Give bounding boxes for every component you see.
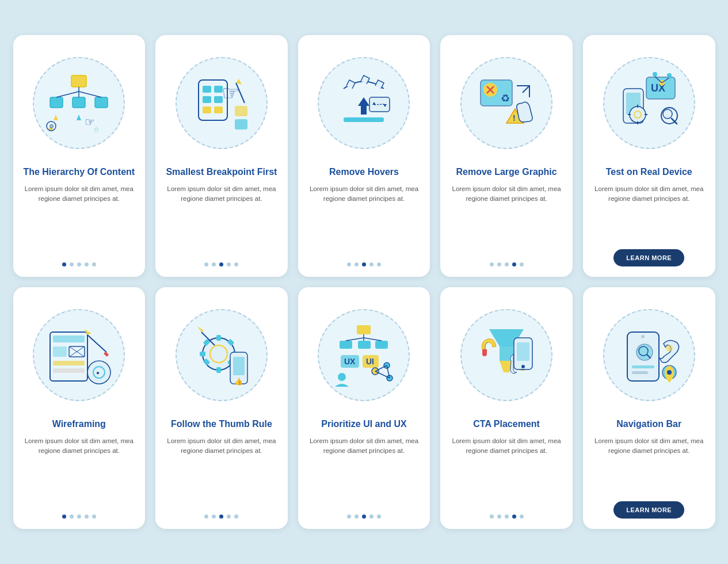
graphic-icon: ♻ ! <box>472 68 541 138</box>
dot <box>62 262 66 266</box>
icon-area-thumb: 👍 <box>165 298 279 413</box>
dot <box>227 262 231 266</box>
learn-more-button-device[interactable]: LEARN MORE <box>613 249 684 266</box>
dot <box>85 515 89 519</box>
device-icon: UX <box>615 68 684 138</box>
dot <box>204 262 208 266</box>
card-body-graphic: Lorem ipsum dolor sit dim amet, mea regi… <box>449 184 563 254</box>
svg-rect-20 <box>214 106 223 113</box>
card-body-navbar: Lorem ipsum dolor sit dim amet, mea regi… <box>592 436 706 493</box>
svg-rect-19 <box>203 106 211 113</box>
dot <box>212 262 216 266</box>
icon-area-device: UX <box>592 45 706 161</box>
breakpoint-icon: ☞ <box>187 68 256 138</box>
dot <box>362 262 366 266</box>
svg-text:UI: UI <box>366 357 374 366</box>
dot <box>377 262 381 266</box>
svg-line-93 <box>364 338 382 341</box>
card-breakpoint: ☞ Smallest Breakpoint First Lorem ipsum … <box>155 35 288 277</box>
svg-rect-76 <box>200 352 205 356</box>
dot <box>77 515 81 519</box>
svg-marker-85 <box>197 326 204 332</box>
svg-rect-1 <box>50 97 63 108</box>
svg-rect-28 <box>369 97 390 112</box>
dots-hovers <box>347 262 381 266</box>
svg-rect-117 <box>632 365 654 368</box>
dot <box>362 515 366 519</box>
dot <box>497 262 501 266</box>
dot <box>512 515 516 519</box>
card-body-thumb: Lorem ipsum dolor sit dim amet, mea regi… <box>165 436 279 506</box>
icon-area-wireframing: ● <box>22 298 136 413</box>
svg-marker-7 <box>54 115 58 120</box>
card-body-hierarchy: Lorem ipsum dolor sit dim amet, mea regi… <box>22 184 136 254</box>
svg-rect-24 <box>235 106 247 116</box>
svg-rect-17 <box>203 96 211 103</box>
dot <box>505 262 509 266</box>
svg-rect-74 <box>216 335 221 341</box>
svg-marker-26 <box>358 97 369 115</box>
svg-rect-15 <box>203 86 211 93</box>
dots-thumb <box>204 515 238 519</box>
svg-point-112 <box>521 365 525 368</box>
svg-rect-75 <box>216 367 221 373</box>
svg-rect-2 <box>73 97 85 108</box>
svg-rect-27 <box>344 117 384 122</box>
svg-rect-87 <box>357 325 371 334</box>
navbar-icon <box>615 321 684 390</box>
dot <box>62 515 66 519</box>
card-navbar: Navigation Bar Lorem ipsum dolor sit dim… <box>583 287 715 529</box>
dot <box>204 515 208 519</box>
card-uiux: UX UI Prioritize UI and UX Lorem ipsum d… <box>298 287 430 529</box>
dot <box>347 262 351 266</box>
dots-wireframing <box>62 515 96 519</box>
cta-icon: $ <box>472 321 541 390</box>
dot <box>520 515 524 519</box>
card-title-breakpoint: Smallest Breakpoint First <box>166 166 277 178</box>
svg-point-54 <box>653 72 657 77</box>
card-title-wireframing: Wireframing <box>52 418 106 430</box>
card-title-graphic: Remove Large Graphic <box>456 166 557 178</box>
svg-rect-88 <box>340 341 352 349</box>
icon-area-breakpoint: ☞ <box>165 45 279 161</box>
dot <box>512 262 516 266</box>
card-title-thumb: Follow the Thumb Rule <box>171 418 272 430</box>
icon-area-hovers <box>307 45 421 161</box>
svg-text:⚙: ⚙ <box>49 123 54 129</box>
svg-point-55 <box>667 73 672 78</box>
svg-text:●: ● <box>96 369 100 376</box>
dot <box>520 262 524 266</box>
card-hierarchy: ★ ☆ ☞ ⚙ The Hierarchy Of Content Lorem i… <box>13 35 146 277</box>
dots-graphic <box>490 262 524 266</box>
svg-line-92 <box>346 338 364 341</box>
svg-point-98 <box>338 373 346 381</box>
svg-text:♻: ♻ <box>501 93 510 104</box>
svg-point-51 <box>663 109 672 119</box>
svg-text:☞: ☞ <box>85 116 95 128</box>
hierarchy-icon: ★ ☆ ☞ ⚙ <box>44 68 113 138</box>
dot <box>369 515 373 519</box>
dot <box>490 515 494 519</box>
svg-line-66 <box>87 335 106 352</box>
icon-area-cta: $ <box>449 298 563 413</box>
card-title-device: Test on Real Device <box>606 166 692 178</box>
card-hovers: Remove Hovers Lorem ipsum dolor sit dim … <box>298 35 430 277</box>
dot <box>92 262 96 266</box>
svg-rect-25 <box>235 119 247 129</box>
card-title-uiux: Prioritize UI and UX <box>321 418 406 430</box>
card-graphic: ♻ ! Remove Large Graphic Lorem ipsum dol… <box>440 35 573 277</box>
learn-more-button-navbar[interactable]: LEARN MORE <box>613 501 684 519</box>
svg-marker-8 <box>77 115 81 120</box>
dots-hierarchy <box>62 262 96 266</box>
card-body-cta: Lorem ipsum dolor sit dim amet, mea regi… <box>449 436 563 506</box>
dot <box>219 515 223 519</box>
card-grid: ★ ☆ ☞ ⚙ The Hierarchy Of Content Lorem i… <box>13 35 715 529</box>
dot <box>85 262 89 266</box>
dot <box>355 515 359 519</box>
card-body-uiux: Lorem ipsum dolor sit dim amet, mea regi… <box>307 436 421 506</box>
svg-rect-68 <box>104 352 109 357</box>
svg-rect-0 <box>71 75 86 87</box>
dots-cta <box>490 515 524 519</box>
dot <box>490 262 494 266</box>
hovers-icon <box>329 68 398 138</box>
